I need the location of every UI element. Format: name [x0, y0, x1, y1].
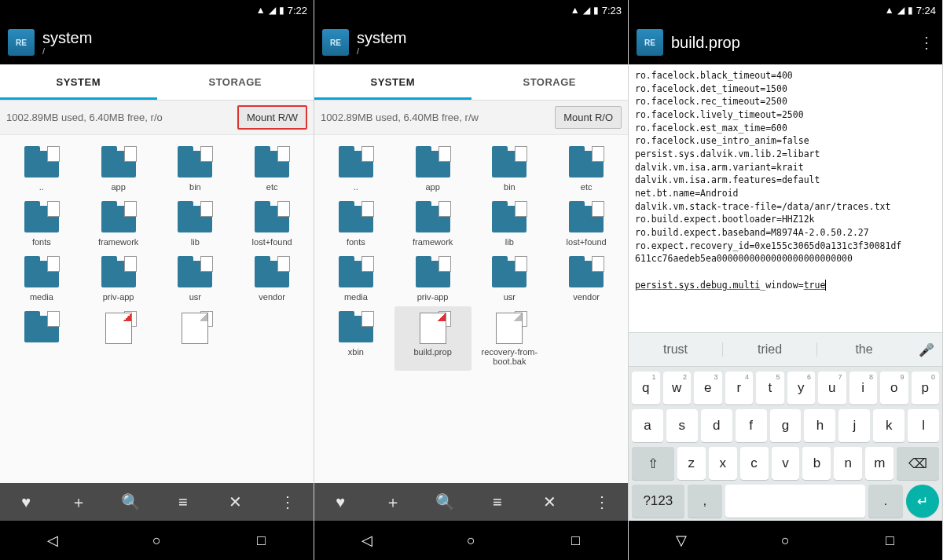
key-c[interactable]: c [740, 447, 769, 480]
nav-back-icon[interactable]: ◁ [37, 532, 68, 549]
folder-item[interactable]: usr [157, 251, 234, 306]
folder-item[interactable]: lib [472, 196, 549, 251]
suggestion[interactable]: the [816, 342, 911, 357]
sort-icon[interactable]: ≡ [482, 493, 513, 511]
mount-button[interactable]: Mount R/O [555, 106, 622, 129]
folder-item[interactable]: vendor [233, 251, 310, 306]
key-f[interactable]: f [736, 409, 767, 442]
key-l[interactable]: l [908, 409, 939, 442]
folder-item[interactable]: bin [472, 141, 549, 196]
app-title: build.prop [671, 34, 740, 51]
key-s[interactable]: s [666, 409, 698, 442]
key-i[interactable]: i8 [849, 372, 878, 404]
more-icon[interactable]: ⋮ [919, 33, 934, 52]
nav-back-icon[interactable]: ◁ [351, 532, 383, 549]
key-d[interactable]: d [701, 409, 732, 442]
folder-item[interactable]: xbin [317, 306, 394, 371]
nav-recents-icon[interactable]: □ [246, 533, 277, 549]
folder-item[interactable]: app [394, 141, 472, 196]
key-e[interactable]: e3 [694, 372, 722, 404]
key-y[interactable]: y6 [787, 372, 816, 404]
folder-item[interactable]: media [317, 251, 394, 306]
key-k[interactable]: k [873, 409, 904, 442]
nav-home-icon[interactable]: ○ [770, 533, 802, 549]
key-,[interactable]: , [688, 485, 722, 518]
more-icon[interactable]: ⋮ [272, 492, 303, 511]
file-item[interactable]: build.prop [394, 306, 472, 371]
key-r[interactable]: r4 [725, 372, 754, 404]
key-b[interactable]: b [802, 447, 831, 480]
mic-icon[interactable]: 🎤 [911, 342, 942, 357]
folder-item[interactable]: fonts [317, 196, 394, 251]
nav-recents-icon[interactable]: □ [560, 533, 592, 549]
key-m[interactable]: m [865, 447, 893, 480]
key-.[interactable]: . [868, 485, 903, 518]
close-icon[interactable]: ✕ [534, 492, 565, 511]
folder-item[interactable]: app [80, 141, 157, 196]
tab-storage[interactable]: STORAGE [157, 64, 314, 100]
close-icon[interactable]: ✕ [219, 492, 251, 511]
search-icon[interactable]: 🔍 [429, 492, 460, 511]
key-p[interactable]: p0 [912, 372, 940, 404]
folder-item[interactable]: lib [157, 196, 234, 251]
tab-storage[interactable]: STORAGE [472, 64, 629, 100]
nav-back-icon[interactable]: ▽ [666, 532, 697, 549]
mount-button[interactable]: Mount R/W [237, 105, 307, 130]
key-n[interactable]: n [834, 447, 862, 480]
folder-item[interactable]: .. [317, 141, 394, 196]
nav-recents-icon[interactable]: □ [875, 533, 906, 549]
add-icon[interactable]: ＋ [63, 492, 94, 513]
fav-icon[interactable]: ♥ [325, 493, 356, 511]
key-g[interactable]: g [770, 409, 802, 442]
nav-home-icon[interactable]: ○ [141, 533, 173, 549]
nav-home-icon[interactable]: ○ [456, 533, 487, 549]
sort-icon[interactable]: ≡ [167, 493, 199, 511]
file-item[interactable] [80, 306, 157, 352]
key-q[interactable]: q1 [632, 372, 660, 404]
key-a[interactable]: a [632, 409, 663, 442]
file-item[interactable] [157, 306, 234, 352]
key-x[interactable]: x [709, 447, 737, 480]
folder-item[interactable]: .. [3, 141, 80, 196]
app-bar: RE system / [0, 20, 314, 64]
folder-item[interactable]: framework [394, 196, 472, 251]
folder-item[interactable]: usr [472, 251, 549, 306]
key-↵[interactable]: ↵ [906, 485, 939, 518]
fav-icon[interactable]: ♥ [10, 493, 42, 511]
key-o[interactable]: o9 [880, 372, 908, 404]
tab-system[interactable]: SYSTEM [314, 64, 472, 100]
item-label: bin [189, 182, 201, 192]
more-icon[interactable]: ⋮ [586, 492, 618, 511]
folder-item[interactable]: priv-app [80, 251, 157, 306]
key-t[interactable]: t5 [756, 372, 784, 404]
folder-item[interactable]: etc [548, 141, 625, 196]
suggestion[interactable]: trust [629, 342, 722, 357]
key-?123[interactable]: ?123 [632, 485, 684, 518]
tab-system[interactable]: SYSTEM [0, 64, 157, 100]
folder-item[interactable]: lost+found [233, 196, 310, 251]
key-v[interactable]: v [772, 447, 800, 480]
key-w[interactable]: w2 [663, 372, 692, 404]
search-icon[interactable]: 🔍 [115, 492, 146, 511]
key-u[interactable]: u7 [818, 372, 846, 404]
add-icon[interactable]: ＋ [377, 492, 409, 513]
key-h[interactable]: h [804, 409, 835, 442]
folder-item[interactable]: priv-app [394, 251, 472, 306]
text-editor[interactable]: ro.facelock.black_timeout=400 ro.faceloc… [629, 64, 942, 332]
folder-item[interactable]: etc [233, 141, 310, 196]
folder-item[interactable]: lost+found [548, 196, 625, 251]
suggestion[interactable]: tried [722, 342, 816, 357]
key-j[interactable]: j [838, 409, 870, 442]
folder-item[interactable] [3, 306, 80, 352]
folder-item[interactable]: bin [157, 141, 234, 196]
folder-item[interactable]: vendor [548, 251, 625, 306]
folder-item[interactable]: media [3, 251, 80, 306]
key-⌫[interactable]: ⌫ [897, 447, 939, 480]
key-space[interactable] [725, 485, 865, 518]
file-item[interactable]: recovery-from-boot.bak [472, 306, 549, 371]
item-label: vendor [259, 292, 285, 302]
folder-item[interactable]: fonts [3, 196, 80, 251]
key-⇧[interactable]: ⇧ [632, 447, 674, 480]
folder-item[interactable]: framework [80, 196, 157, 251]
key-z[interactable]: z [677, 447, 706, 480]
